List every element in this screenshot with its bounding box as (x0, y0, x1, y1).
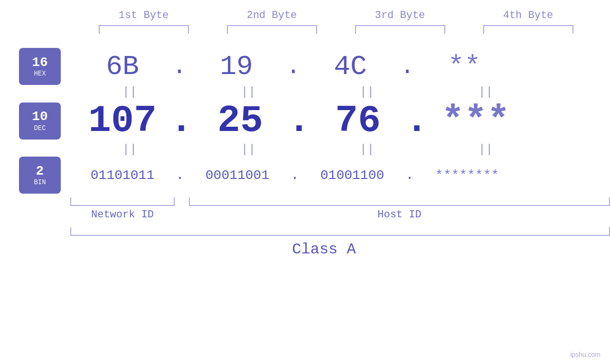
bracket-labels-row: Network ID Host ID (70, 209, 610, 221)
bin-b2: 00011001 (185, 168, 290, 183)
byte3-header: 3rd Byte (348, 9, 452, 21)
equals-row-1: || || || || (19, 85, 610, 99)
eq1-b1: || (70, 85, 189, 99)
bin-b1: 01101011 (70, 168, 175, 183)
dec-badge-label: DEC (34, 124, 46, 132)
top-brackets (80, 25, 592, 34)
bin-b3: 01001100 (300, 168, 404, 183)
network-bracket (70, 197, 175, 206)
hex-badge-num: 16 (32, 56, 48, 70)
dec-b3: 76 (306, 99, 410, 142)
dec-badge-num: 10 (32, 110, 48, 124)
bottom-brackets (70, 197, 610, 206)
host-bracket (189, 197, 610, 206)
bin-b4: ******** (415, 168, 519, 183)
bin-dot1: . (176, 167, 184, 183)
watermark: ipshu.com (570, 351, 601, 358)
full-bottom-bracket (70, 227, 610, 236)
hex-values: 6B . 19 . 4C . ** (70, 51, 610, 82)
bin-badge-label: BIN (34, 178, 46, 186)
bracket-byte3 (355, 25, 445, 34)
byte-headers: 1st Byte 2nd Byte 3rd Byte 4th Byte (80, 9, 592, 21)
eq1-b4: || (426, 85, 545, 99)
bin-dot2: . (291, 167, 299, 183)
hex-b1: 6B (70, 51, 175, 82)
bin-badge: 2 BIN (19, 157, 61, 194)
dec-row: 10 DEC 107 . 25 . 76 . *** (19, 99, 610, 142)
class-label: Class A (19, 241, 610, 258)
eq1-b3: || (308, 85, 426, 99)
bin-dot3: . (405, 167, 414, 183)
dec-values: 107 . 25 . 76 . *** (70, 99, 610, 142)
bracket-byte2 (227, 25, 317, 34)
main-container: 1st Byte 2nd Byte 3rd Byte 4th Byte 16 H… (0, 0, 610, 364)
byte1-header: 1st Byte (92, 9, 196, 21)
network-id-label: Network ID (70, 209, 175, 221)
dec-badge: 10 DEC (19, 103, 61, 140)
byte2-header: 2nd Byte (220, 9, 324, 21)
bracket-byte4 (483, 25, 573, 34)
hex-b4: ** (412, 51, 516, 82)
hex-b2: 19 (184, 51, 289, 82)
hex-badge: 16 HEX (19, 48, 61, 85)
hex-row-section: 16 HEX 6B . 19 . 4C . ** (0, 48, 610, 258)
hex-badge-label: HEX (34, 70, 46, 77)
bin-values: 01101011 . 00011001 . 01001100 . *******… (70, 167, 610, 183)
hex-row: 16 HEX 6B . 19 . 4C . ** (19, 48, 610, 85)
dec-b4: *** (423, 99, 528, 142)
eq2-b2: || (189, 142, 308, 157)
byte4-header: 4th Byte (476, 9, 581, 21)
host-id-label: Host ID (189, 209, 610, 221)
eq2-b1: || (70, 142, 189, 157)
eq1-b2: || (189, 85, 308, 99)
eq2-b4: || (426, 142, 545, 157)
equals-row-2: || || || || (19, 142, 610, 157)
eq2-b3: || (308, 142, 426, 157)
bottom-bracket-area: Network ID Host ID (19, 197, 610, 221)
dec-b1: 107 (70, 99, 175, 142)
bin-badge-num: 2 (36, 164, 44, 179)
dec-b2: 25 (188, 99, 292, 142)
hex-b3: 4C (298, 51, 403, 82)
bracket-byte1 (99, 25, 189, 34)
bin-row: 2 BIN 01101011 . 00011001 . 01001100 . *… (19, 157, 610, 194)
